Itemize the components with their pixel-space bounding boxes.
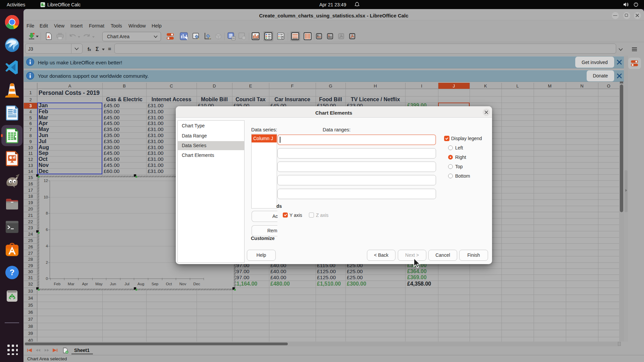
svg-text:?: ? bbox=[10, 268, 15, 277]
svg-text:A: A bbox=[47, 35, 50, 39]
